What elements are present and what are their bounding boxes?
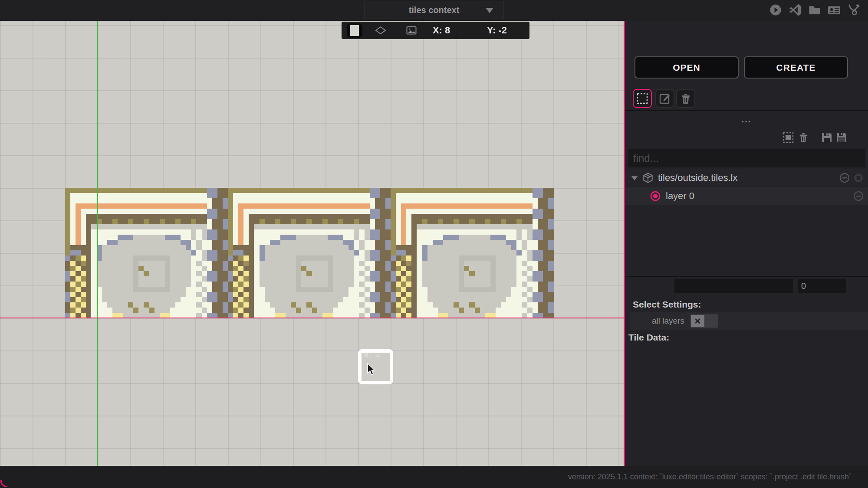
layer-visible-radio[interactable]	[650, 191, 661, 201]
tree-file-label: tiles/outside.tiles.lx	[658, 172, 737, 183]
play-icon[interactable]	[769, 3, 782, 17]
tiles-editor-window: tiles context	[0, 0, 868, 488]
trash-tool-button[interactable]	[676, 89, 695, 108]
more-options[interactable]: ...	[625, 115, 868, 124]
select-all-icon[interactable]	[783, 132, 794, 143]
diamond-tool-button[interactable]	[370, 23, 391, 38]
layer-name-input[interactable]	[674, 278, 794, 293]
tilemap-viewport[interactable]: X: 8 Y: -2 8 : -2	[0, 21, 624, 466]
top-bar: tiles context	[0, 0, 868, 21]
trash-icon[interactable]	[799, 132, 810, 143]
vscode-icon[interactable]	[789, 3, 802, 17]
color-swatch	[350, 25, 359, 36]
select-settings-heading: Select Settings:	[633, 299, 701, 310]
tile-data-heading: Tile Data:	[628, 332, 669, 343]
luxe-logo-icon[interactable]	[847, 3, 860, 17]
cursor-y-readout: Y: -2	[487, 25, 528, 36]
color-swatch-button[interactable]	[347, 23, 362, 38]
tree-item-layer0[interactable]: layer 0	[625, 187, 868, 205]
hovered-cell-coords: 8 : -2	[364, 351, 380, 359]
context-dropdown[interactable]: tiles context	[365, 1, 503, 19]
divider	[625, 110, 868, 111]
toggle-x-icon: ✕	[691, 315, 704, 327]
divider	[625, 276, 868, 277]
circle-minus-icon[interactable]	[839, 173, 850, 183]
mouse-cursor-icon	[366, 363, 376, 377]
save-alt-icon[interactable]	[836, 132, 847, 143]
edit-tool-button[interactable]	[655, 89, 674, 108]
find-input[interactable]	[628, 149, 865, 168]
all-layers-label: all layers	[652, 316, 684, 326]
cursor-x-readout: X: 8	[433, 25, 472, 36]
package-icon	[642, 172, 654, 183]
sidebar: OPEN CREATE ... tiles/outside.tile	[625, 21, 868, 466]
selection-tool-button[interactable]	[633, 89, 652, 108]
circle-minus-icon[interactable]	[853, 191, 864, 201]
topbar-icon-group	[769, 3, 860, 17]
chevron-down-icon	[486, 8, 493, 13]
open-button[interactable]: OPEN	[635, 56, 739, 79]
all-layers-toggle[interactable]: ✕	[690, 314, 718, 328]
caret-down-icon[interactable]	[631, 176, 638, 180]
image-tool-button[interactable]	[403, 23, 420, 38]
folder-icon[interactable]	[808, 3, 821, 17]
context-dropdown-label: tiles context	[409, 5, 460, 15]
layer-index-input[interactable]	[797, 278, 846, 293]
all-layers-row: all layers ✕	[630, 312, 868, 330]
circle-x-icon[interactable]	[853, 173, 864, 183]
tree-layer-label: layer 0	[666, 190, 694, 202]
save-icon[interactable]	[821, 132, 832, 143]
create-button[interactable]: CREATE	[744, 56, 848, 79]
coord-toolbar: X: 8 Y: -2	[342, 22, 529, 39]
canvas-focus-border	[624, 21, 625, 466]
axis-y-green-line	[97, 21, 98, 466]
status-bar: version: 2025.1.1 context: `luxe.editor.…	[0, 466, 868, 488]
contacts-icon[interactable]	[828, 3, 841, 17]
tree-item-file[interactable]: tiles/outside.tiles.lx	[625, 169, 868, 187]
axis-x-pink-line	[0, 318, 624, 318]
status-text: version: 2025.1.1 context: `luxe.editor.…	[568, 466, 852, 488]
tilemap-canvas[interactable]	[0, 21, 624, 466]
layer-row: Layer:	[625, 278, 868, 295]
